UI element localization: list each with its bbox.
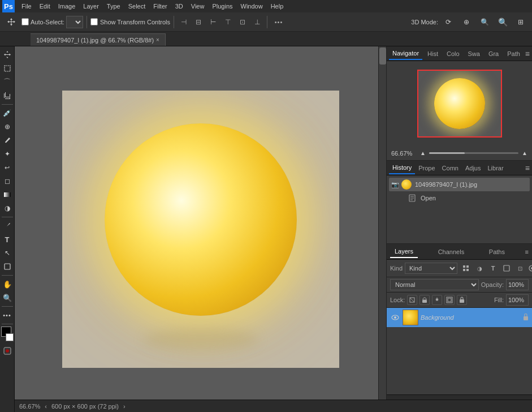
menu-type[interactable]: Type xyxy=(103,2,124,11)
eraser-tool[interactable]: ◻ xyxy=(1,175,14,187)
lock-all-icon[interactable] xyxy=(457,295,467,305)
blend-mode-select[interactable]: Normal Dissolve Multiply Screen Overlay xyxy=(390,279,479,290)
tab-swatches[interactable]: Swa xyxy=(465,48,483,59)
tab-paths[interactable]: Paths xyxy=(485,246,509,258)
hand-tool[interactable]: ✋ xyxy=(1,278,14,290)
search-btn[interactable]: 🔍 xyxy=(495,14,511,30)
opacity-input[interactable] xyxy=(506,279,529,290)
gradient-tool[interactable] xyxy=(1,188,14,201)
transform-controls-checkbox-label[interactable]: Show Transform Controls xyxy=(90,18,170,25)
move-tool-btn[interactable] xyxy=(3,14,19,30)
lock-artboard-icon[interactable] xyxy=(444,295,455,305)
menu-file[interactable]: File xyxy=(18,2,35,11)
menu-plugins[interactable]: Plugins xyxy=(209,2,236,11)
rotate-3d-icon[interactable]: ⟳ xyxy=(440,14,456,30)
dodge-tool[interactable]: ◑ xyxy=(1,202,14,214)
text-tool[interactable]: T xyxy=(1,233,14,246)
align-bottom-btn[interactable]: ⊥ xyxy=(251,16,263,28)
filter-pixel-icon[interactable] xyxy=(460,262,472,274)
zoom-in-icon[interactable]: ▲ xyxy=(522,150,527,156)
tab-history[interactable]: History xyxy=(389,162,415,174)
history-item-0[interactable]: 📷 10499879407_l (1).jpg xyxy=(389,178,530,191)
menu-edit[interactable]: Edit xyxy=(36,2,54,11)
auto-select-checkbox[interactable] xyxy=(21,18,29,25)
filter-kind-label: Kind xyxy=(390,265,403,272)
tab-adjustments[interactable]: Adjus xyxy=(462,162,485,174)
fill-input[interactable] xyxy=(506,294,529,306)
toolbar-more-btn[interactable]: ••• xyxy=(271,16,287,28)
canvas-container[interactable] xyxy=(62,91,339,368)
eyedropper-tool[interactable]: 💉 xyxy=(1,107,14,119)
document-tab[interactable]: 10499879407_l (1).jpg @ 66.7% (RGB/8#) × xyxy=(31,33,166,46)
quick-mask-btn[interactable] xyxy=(1,345,14,357)
zoom-3d-icon[interactable]: 🔍 xyxy=(477,14,492,30)
shape-tool[interactable] xyxy=(1,260,14,273)
layers-panel-menu-btn[interactable]: ≡ xyxy=(525,248,529,255)
menu-view[interactable]: View xyxy=(188,2,208,11)
tab-comments[interactable]: Comn xyxy=(439,162,462,174)
heal-tool[interactable]: ⊕ xyxy=(1,121,14,133)
zoom-tool[interactable]: 🔍 xyxy=(1,291,14,304)
tab-gradients[interactable]: Gra xyxy=(485,48,502,59)
tab-patterns[interactable]: Path xyxy=(504,48,524,59)
zoom-slider[interactable] xyxy=(429,152,518,154)
menu-filter[interactable]: Filter xyxy=(150,2,170,11)
menu-image[interactable]: Image xyxy=(55,2,79,11)
history-brush-tool[interactable]: ↩ xyxy=(1,161,14,174)
lock-position-icon[interactable] xyxy=(432,295,442,305)
lock-image-icon[interactable] xyxy=(419,295,430,305)
align-center-h-btn[interactable]: ⊟ xyxy=(192,16,205,28)
pen-tool[interactable] xyxy=(1,220,14,232)
transform-controls-checkbox[interactable] xyxy=(90,18,98,25)
status-arrow-right[interactable]: › xyxy=(123,403,126,410)
auto-select-dropdown[interactable]: Layer xyxy=(66,16,83,28)
menu-layer[interactable]: Layer xyxy=(80,2,102,11)
align-top-btn[interactable]: ⊤ xyxy=(222,16,234,28)
status-arrow-left[interactable]: ‹ xyxy=(45,403,47,410)
layer-row-background[interactable]: Background xyxy=(387,308,532,327)
history-item-1[interactable]: Open xyxy=(389,191,530,205)
document-tab-close[interactable]: × xyxy=(156,37,159,43)
filter-shape-icon[interactable] xyxy=(500,262,513,274)
tab-color[interactable]: Colo xyxy=(443,48,463,59)
panel-menu-btn[interactable]: ≡ xyxy=(525,49,530,58)
more-tools-btn[interactable]: ••• xyxy=(1,309,14,321)
orbit-3d-icon[interactable]: ⊕ xyxy=(459,14,474,30)
brush-tool[interactable] xyxy=(1,134,14,147)
filter-smart-object-icon[interactable]: ⊡ xyxy=(514,262,526,274)
align-right-btn[interactable]: ⊢ xyxy=(207,16,219,28)
tab-navigator[interactable]: Navigator xyxy=(389,48,422,60)
filter-text-icon[interactable]: T xyxy=(487,262,499,274)
background-color[interactable] xyxy=(6,333,14,341)
canvas-scrollbar-vertical[interactable] xyxy=(378,46,386,404)
history-panel-menu-btn[interactable]: ≡ xyxy=(525,164,530,173)
align-middle-v-btn[interactable]: ⊡ xyxy=(236,16,249,28)
tab-libraries[interactable]: Librar xyxy=(484,162,507,174)
menu-3d[interactable]: 3D xyxy=(172,2,187,11)
filter-adjustment-icon[interactable]: ◑ xyxy=(473,262,486,274)
align-left-btn[interactable]: ⊣ xyxy=(178,16,190,28)
layers-lock-bar: Lock: Fill: xyxy=(387,293,532,308)
menu-select[interactable]: Select xyxy=(125,2,149,11)
layer-visibility-eye[interactable] xyxy=(390,312,400,323)
tab-channels[interactable]: Channels xyxy=(434,246,469,258)
zoom-out-icon[interactable]: ▲ xyxy=(420,150,426,156)
workspace-btn[interactable]: ⊞ xyxy=(513,14,529,30)
color-swatches[interactable] xyxy=(1,327,14,341)
crop-tool[interactable] xyxy=(1,89,14,102)
marquee-tool[interactable] xyxy=(1,62,14,75)
svg-rect-13 xyxy=(504,265,509,271)
path-select-tool[interactable]: ↖ xyxy=(1,247,14,259)
move-tool[interactable] xyxy=(1,49,14,61)
menu-window[interactable]: Window xyxy=(237,2,266,11)
menu-help[interactable]: Help xyxy=(267,2,287,11)
filter-kind-select[interactable]: Kind Name Effect Mode Attribute Color Sm… xyxy=(405,263,457,274)
lock-transparent-icon[interactable] xyxy=(407,295,417,305)
navigator-preview[interactable] xyxy=(417,70,502,138)
filter-toggle-btn[interactable] xyxy=(529,262,532,274)
tab-properties[interactable]: Prope xyxy=(415,162,438,174)
stamp-tool[interactable]: ✦ xyxy=(1,148,14,160)
tab-layers[interactable]: Layers xyxy=(390,246,418,258)
tab-histogram[interactable]: Hist xyxy=(424,48,442,59)
lasso-tool[interactable]: ⌒ xyxy=(1,76,14,88)
